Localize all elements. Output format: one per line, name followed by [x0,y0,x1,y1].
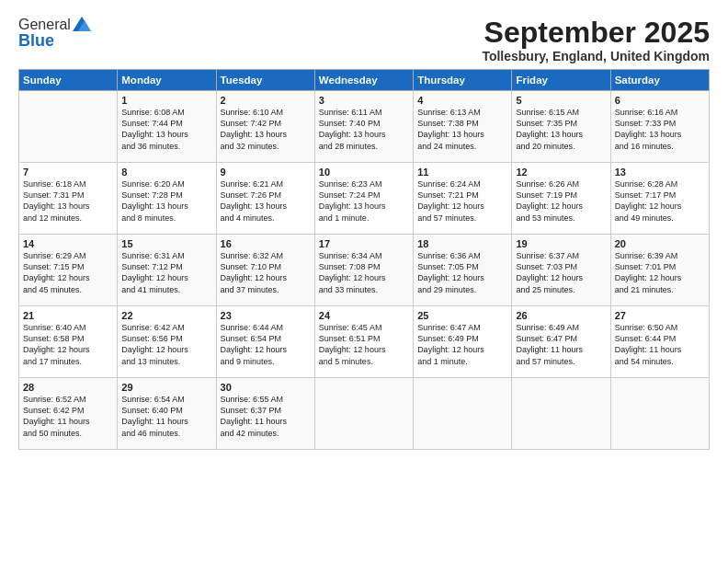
week-row-4: 21Sunrise: 6:40 AMSunset: 6:58 PMDayligh… [19,306,710,378]
day-info: Sunrise: 6:32 AMSunset: 7:10 PMDaylight:… [221,250,311,295]
cell-w5-d1: 28Sunrise: 6:52 AMSunset: 6:42 PMDayligh… [19,378,118,450]
logo: General Blue [18,17,91,51]
day-number: 11 [417,167,507,178]
cell-w4-d2: 22Sunrise: 6:42 AMSunset: 6:56 PMDayligh… [118,306,216,378]
day-info: Sunrise: 6:18 AMSunset: 7:31 PMDaylight:… [23,178,113,224]
day-number: 23 [221,310,311,321]
day-number: 21 [23,310,113,321]
day-number: 27 [615,310,705,321]
cell-w2-d4: 10Sunrise: 6:23 AMSunset: 7:24 PMDayligh… [314,163,413,235]
day-number: 10 [319,167,409,178]
day-number: 19 [516,238,606,249]
col-thursday: Thursday [414,70,512,91]
cell-w3-d2: 15Sunrise: 6:31 AMSunset: 7:12 PMDayligh… [118,235,216,306]
cell-w5-d2: 29Sunrise: 6:54 AMSunset: 6:40 PMDayligh… [118,378,216,450]
month-title: September 2025 [482,17,710,49]
cell-w4-d1: 21Sunrise: 6:40 AMSunset: 6:58 PMDayligh… [19,306,118,378]
day-info: Sunrise: 6:11 AMSunset: 7:40 PMDaylight:… [319,107,409,152]
cell-w5-d5 [414,378,512,450]
day-info: Sunrise: 6:42 AMSunset: 6:56 PMDaylight:… [121,322,211,367]
day-info: Sunrise: 6:08 AMSunset: 7:44 PMDaylight:… [121,107,211,152]
day-info: Sunrise: 6:44 AMSunset: 6:54 PMDaylight:… [221,322,311,367]
cell-w1-d4: 3Sunrise: 6:11 AMSunset: 7:40 PMDaylight… [314,91,413,163]
day-info: Sunrise: 6:55 AMSunset: 6:37 PMDaylight:… [221,394,311,439]
day-info: Sunrise: 6:24 AMSunset: 7:21 PMDaylight:… [417,178,507,224]
header: General Blue September 2025 Tollesbury, … [18,17,710,63]
col-wednesday: Wednesday [314,70,413,91]
day-number: 16 [221,238,311,249]
location: Tollesbury, England, United Kingdom [482,49,710,63]
cell-w2-d1: 7Sunrise: 6:18 AMSunset: 7:31 PMDaylight… [19,163,118,235]
day-number: 20 [615,238,705,249]
cell-w1-d5: 4Sunrise: 6:13 AMSunset: 7:38 PMDaylight… [414,91,512,163]
cell-w4-d3: 23Sunrise: 6:44 AMSunset: 6:54 PMDayligh… [216,306,314,378]
week-row-3: 14Sunrise: 6:29 AMSunset: 7:15 PMDayligh… [19,235,710,306]
day-number: 30 [221,382,311,393]
cell-w2-d2: 8Sunrise: 6:20 AMSunset: 7:28 PMDaylight… [118,163,216,235]
day-number: 14 [23,238,113,249]
day-info: Sunrise: 6:47 AMSunset: 6:49 PMDaylight:… [417,322,507,367]
cell-w2-d6: 12Sunrise: 6:26 AMSunset: 7:19 PMDayligh… [512,163,610,235]
title-block: September 2025 Tollesbury, England, Unit… [482,17,710,63]
logo-blue-text: Blue [18,31,54,51]
day-number: 22 [121,310,211,321]
cell-w2-d5: 11Sunrise: 6:24 AMSunset: 7:21 PMDayligh… [414,163,512,235]
col-saturday: Saturday [610,70,709,91]
day-info: Sunrise: 6:54 AMSunset: 6:40 PMDaylight:… [121,394,211,439]
cell-w5-d7 [610,378,709,450]
cell-w3-d4: 17Sunrise: 6:34 AMSunset: 7:08 PMDayligh… [314,235,413,306]
col-sunday: Sunday [19,70,118,91]
day-info: Sunrise: 6:40 AMSunset: 6:58 PMDaylight:… [23,322,113,367]
day-number: 15 [121,238,211,249]
day-number: 6 [615,95,705,106]
cell-w4-d7: 27Sunrise: 6:50 AMSunset: 6:44 PMDayligh… [610,306,709,378]
day-info: Sunrise: 6:37 AMSunset: 7:03 PMDaylight:… [516,250,606,295]
logo-icon [73,17,91,31]
day-info: Sunrise: 6:20 AMSunset: 7:28 PMDaylight:… [121,178,211,224]
day-info: Sunrise: 6:23 AMSunset: 7:24 PMDaylight:… [319,178,409,224]
cell-w3-d7: 20Sunrise: 6:39 AMSunset: 7:01 PMDayligh… [610,235,709,306]
day-number: 2 [221,95,311,106]
day-info: Sunrise: 6:50 AMSunset: 6:44 PMDaylight:… [615,322,705,367]
col-tuesday: Tuesday [216,70,314,91]
day-info: Sunrise: 6:52 AMSunset: 6:42 PMDaylight:… [23,394,113,439]
cell-w2-d7: 13Sunrise: 6:28 AMSunset: 7:17 PMDayligh… [610,163,709,235]
week-row-2: 7Sunrise: 6:18 AMSunset: 7:31 PMDaylight… [19,163,710,235]
day-info: Sunrise: 6:45 AMSunset: 6:51 PMDaylight:… [319,322,409,367]
day-number: 3 [319,95,409,106]
cell-w3-d3: 16Sunrise: 6:32 AMSunset: 7:10 PMDayligh… [216,235,314,306]
day-info: Sunrise: 6:21 AMSunset: 7:26 PMDaylight:… [221,178,311,224]
day-info: Sunrise: 6:31 AMSunset: 7:12 PMDaylight:… [121,250,211,295]
day-info: Sunrise: 6:29 AMSunset: 7:15 PMDaylight:… [23,250,113,295]
day-number: 9 [221,167,311,178]
day-number: 17 [319,238,409,249]
day-info: Sunrise: 6:15 AMSunset: 7:35 PMDaylight:… [516,107,606,152]
day-number: 5 [516,95,606,106]
cell-w4-d5: 25Sunrise: 6:47 AMSunset: 6:49 PMDayligh… [414,306,512,378]
day-number: 7 [23,167,113,178]
cell-w4-d4: 24Sunrise: 6:45 AMSunset: 6:51 PMDayligh… [314,306,413,378]
cell-w1-d3: 2Sunrise: 6:10 AMSunset: 7:42 PMDaylight… [216,91,314,163]
day-number: 25 [417,310,507,321]
cell-w5-d6 [512,378,610,450]
header-row: Sunday Monday Tuesday Wednesday Thursday… [19,70,710,91]
day-number: 24 [319,310,409,321]
day-number: 28 [23,382,113,393]
day-info: Sunrise: 6:39 AMSunset: 7:01 PMDaylight:… [615,250,705,295]
day-number: 4 [417,95,507,106]
day-number: 8 [121,167,211,178]
day-info: Sunrise: 6:10 AMSunset: 7:42 PMDaylight:… [221,107,311,152]
day-info: Sunrise: 6:28 AMSunset: 7:17 PMDaylight:… [615,178,705,224]
day-number: 29 [121,382,211,393]
day-number: 12 [516,167,606,178]
day-info: Sunrise: 6:26 AMSunset: 7:19 PMDaylight:… [516,178,606,224]
week-row-5: 28Sunrise: 6:52 AMSunset: 6:42 PMDayligh… [19,378,710,450]
calendar-table: Sunday Monday Tuesday Wednesday Thursday… [18,69,710,450]
col-monday: Monday [118,70,216,91]
col-friday: Friday [512,70,610,91]
cell-w5-d4 [314,378,413,450]
cell-w1-d2: 1Sunrise: 6:08 AMSunset: 7:44 PMDaylight… [118,91,216,163]
day-info: Sunrise: 6:49 AMSunset: 6:47 PMDaylight:… [516,322,606,367]
page: General Blue September 2025 Tollesbury, … [0,0,728,563]
cell-w4-d6: 26Sunrise: 6:49 AMSunset: 6:47 PMDayligh… [512,306,610,378]
